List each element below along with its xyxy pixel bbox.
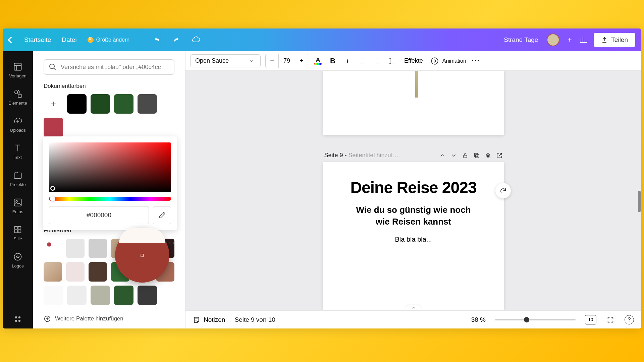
page-subheading[interactable]: Wie du so günstig wie nochwie Reisen kan… (336, 204, 491, 228)
fullscreen-button[interactable] (606, 315, 615, 324)
rail-photos-label: Fotos (12, 209, 23, 214)
resize-button[interactable]: Größe ändern (88, 37, 130, 43)
color-search-input[interactable] (61, 64, 169, 71)
photo-color-swatch[interactable] (66, 262, 85, 282)
doc-color-swatch[interactable] (114, 94, 133, 114)
zoom-thumb[interactable] (524, 317, 529, 322)
svg-rect-15 (474, 153, 478, 157)
popout-icon[interactable] (496, 152, 503, 159)
grid-view-button[interactable]: 10 (585, 315, 596, 324)
svg-point-4 (16, 200, 17, 202)
font-color-button[interactable]: A (313, 56, 323, 66)
collapse-up-icon[interactable] (439, 152, 446, 159)
rail-elements[interactable]: Elemente (3, 84, 33, 112)
spacing-button[interactable] (387, 56, 397, 66)
page-counter[interactable]: Seite 9 von 10 (234, 316, 275, 323)
photo-color-swatch[interactable] (89, 239, 107, 258)
text-toolbar: Open Sauce − 79 + A B I Effekte (185, 51, 641, 71)
page-title-placeholder[interactable]: Seitentitel hinzuf… (348, 152, 399, 159)
add-palette-label: Weitere Palette hinzufügen (55, 315, 123, 322)
photo-thumb[interactable] (44, 239, 62, 258)
help-button[interactable]: ? (625, 315, 634, 324)
doc-color-swatch[interactable] (67, 94, 87, 114)
effects-button[interactable]: Effekte (401, 57, 426, 64)
doc-color-swatch[interactable] (44, 118, 63, 137)
align-button[interactable] (357, 56, 367, 66)
delete-icon[interactable] (485, 152, 491, 159)
expand-down-icon[interactable] (450, 152, 457, 159)
add-member-button[interactable]: + (566, 36, 574, 44)
hue-handle[interactable] (50, 196, 55, 201)
notes-button[interactable]: Notizen (193, 316, 225, 323)
scroll-handle[interactable] (638, 191, 641, 212)
zoom-percent[interactable]: 38 % (471, 316, 486, 323)
rail-templates[interactable]: Vorlagen (3, 57, 33, 84)
font-size-decrease[interactable]: − (266, 54, 278, 68)
insights-icon[interactable] (580, 36, 588, 44)
svg-rect-3 (14, 199, 21, 206)
refresh-badge[interactable] (495, 183, 511, 198)
photo-color-swatch[interactable] (66, 239, 85, 258)
color-panel: Dokumentfarben + (33, 51, 185, 328)
back-icon[interactable] (8, 37, 14, 43)
rail-text[interactable]: Text (3, 139, 33, 166)
lock-icon[interactable] (462, 152, 469, 159)
photo-thumb[interactable] (44, 286, 63, 305)
svg-rect-13 (464, 155, 467, 158)
saturation-value-field[interactable] (49, 142, 171, 192)
cloud-sync-icon[interactable] (191, 35, 201, 45)
add-palette-button[interactable]: Weitere Palette hinzufügen (44, 309, 174, 328)
font-size-value[interactable]: 79 (278, 54, 295, 68)
zoom-slider[interactable] (495, 319, 576, 320)
eyedropper-magnifier[interactable] (115, 228, 169, 283)
rail-styles[interactable]: Stile (3, 220, 33, 247)
add-color-swatch[interactable]: + (44, 94, 63, 114)
font-size-group: − 79 + (265, 54, 308, 68)
rail-logos[interactable]: Logos (3, 247, 33, 275)
rail-uploads[interactable]: Uploads (3, 112, 33, 139)
page-body-text[interactable]: Bla bla bla... (336, 236, 491, 243)
project-name[interactable]: Strand Tage (504, 36, 538, 44)
svg-rect-6 (18, 227, 21, 229)
svg-point-12 (431, 58, 438, 64)
rail-more[interactable] (3, 310, 33, 328)
previous-page-preview[interactable] (323, 71, 504, 135)
list-button[interactable] (372, 56, 382, 66)
italic-button[interactable]: I (342, 56, 353, 66)
photo-color-swatch[interactable] (114, 286, 133, 305)
file-menu[interactable]: Datei (62, 36, 76, 44)
color-search[interactable] (44, 59, 174, 75)
doc-color-swatch[interactable] (138, 94, 157, 114)
avatar[interactable] (547, 34, 559, 46)
animation-button[interactable]: Animation (430, 57, 466, 65)
photo-color-swatch[interactable] (91, 286, 110, 305)
sv-handle[interactable] (50, 186, 55, 191)
undo-icon[interactable] (154, 36, 161, 44)
hue-slider[interactable] (49, 197, 171, 201)
page-canvas[interactable]: Deine Reise 2023 Wie du so günstig wie n… (323, 162, 504, 310)
photo-color-swatch[interactable] (89, 262, 107, 282)
font-size-increase[interactable]: + (295, 54, 308, 68)
canvas-viewport[interactable]: Seite 9 - Seitentitel hinzuf… Deine Reis… (185, 71, 641, 310)
font-select[interactable]: Open Sauce (190, 54, 261, 67)
hex-input[interactable] (49, 206, 149, 224)
rail-projects[interactable]: Projekte (3, 166, 33, 193)
page-heading[interactable]: Deine Reise 2023 (336, 178, 491, 197)
page-expand-handle[interactable] (406, 305, 421, 310)
doc-color-swatch[interactable] (91, 94, 110, 114)
redo-icon[interactable] (172, 36, 180, 44)
photo-color-swatch[interactable] (138, 286, 157, 305)
more-button[interactable]: ⋯ (471, 56, 480, 66)
photo-thumb[interactable] (44, 262, 62, 282)
animation-icon (430, 57, 439, 65)
resize-label: Größe ändern (96, 37, 130, 43)
font-name: Open Sauce (195, 57, 229, 64)
share-button[interactable]: Teilen (594, 33, 635, 47)
rail-projects-label: Projekte (10, 182, 26, 187)
rail-photos[interactable]: Fotos (3, 193, 33, 220)
home-link[interactable]: Startseite (24, 36, 51, 44)
bold-button[interactable]: B (328, 56, 338, 66)
eyedropper-button[interactable] (153, 206, 171, 224)
duplicate-icon[interactable] (473, 152, 480, 159)
photo-color-swatch[interactable] (67, 286, 87, 305)
